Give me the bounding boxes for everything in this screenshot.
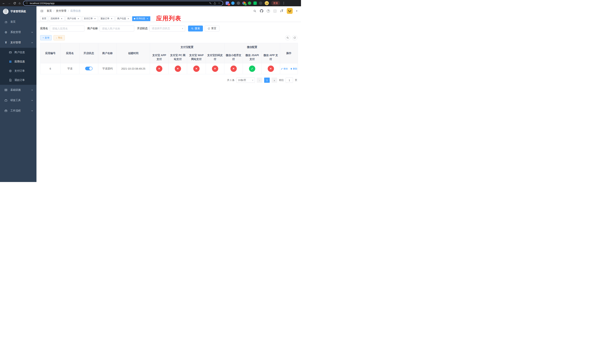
fullscreen-icon[interactable] (273, 10, 277, 13)
goto-page-input[interactable] (286, 78, 293, 83)
kebab-menu-icon[interactable]: ⋮ (282, 2, 285, 5)
search-icon[interactable] (253, 10, 256, 13)
user-avatar[interactable] (287, 8, 293, 14)
export-button-label: 导出 (58, 36, 62, 39)
reload-icon[interactable] (13, 2, 16, 5)
status-cross-icon: × (268, 65, 274, 72)
prev-page-button[interactable]: ‹ (257, 78, 262, 83)
sidebar-item-dev-tools[interactable]: 研发工具 (0, 95, 36, 106)
url-text: localhost:1024/pay/app (30, 2, 207, 5)
col-header-merchant: 商户名称 (98, 43, 117, 63)
share-icon[interactable] (214, 2, 216, 5)
chevron-up-icon (31, 42, 33, 44)
close-icon[interactable]: × (77, 17, 80, 20)
sidebar-item-payment[interactable]: ¥ 支付管理 (0, 37, 36, 48)
close-icon[interactable]: × (60, 17, 63, 20)
app-logo[interactable]: 芋道管理系统 (0, 6, 36, 17)
sidebar-item-app-info[interactable]: 应用信息 (0, 57, 36, 66)
sidebar-item-label: 研发工具 (10, 99, 31, 102)
sidebar-item-label: 支付订单 (14, 69, 36, 73)
browser-profile-avatar[interactable] (265, 1, 269, 5)
github-icon[interactable] (260, 9, 263, 13)
table-row: 6 芋道 芋道源码 2021-10-23 08:49:25 × × × × × … (40, 63, 298, 74)
close-icon[interactable]: × (146, 17, 149, 20)
extension-icon[interactable]: 1 (242, 1, 246, 5)
sidebar: 芋道管理系统 首页 ⚙ 系统管理 ¥ 支付管理 (0, 6, 36, 182)
extension-icon[interactable] (253, 1, 257, 5)
cell-wx-lite: × (224, 63, 243, 74)
tab-label: 用户分组 (67, 17, 76, 20)
extension-icon[interactable] (231, 1, 235, 5)
filter-form: 应用名 商户名称 开启状态 请选择开启状态 ▾ 搜索 (40, 26, 297, 32)
info-icon[interactable]: ⓘ (26, 1, 28, 5)
close-icon[interactable]: × (127, 17, 129, 20)
puzzle-extension-icon[interactable] (259, 1, 262, 5)
current-page-button[interactable]: 1 (264, 78, 270, 83)
forward-icon[interactable]: → (8, 2, 11, 5)
toggle-search-button[interactable] (285, 35, 290, 40)
total-count: 共 1 条 (227, 78, 235, 82)
status-cross-icon: × (175, 65, 181, 72)
home-icon[interactable]: ⌂ (19, 2, 21, 5)
tab-app-info[interactable]: 应用信息 × (132, 16, 150, 21)
tab-user-group[interactable]: 用户分组 × (65, 16, 81, 21)
page-annotation-title: 应用列表 (156, 14, 182, 22)
next-page-button[interactable]: › (272, 78, 277, 83)
tab-home[interactable]: 首页 (40, 16, 48, 21)
close-icon[interactable]: × (110, 17, 113, 20)
sidebar-item-label: 首页 (10, 20, 33, 23)
cell-wx-app: × (262, 63, 280, 74)
reset-button-label: 重置 (211, 27, 216, 30)
chevron-down-icon[interactable]: ▾ (296, 10, 297, 12)
close-icon[interactable]: × (94, 17, 96, 20)
help-icon[interactable]: ? (267, 10, 270, 13)
export-button[interactable]: ↓ 导出 (54, 35, 65, 40)
extension-icon[interactable] (248, 1, 251, 5)
status-select[interactable]: 请选择开启状态 ▾ (149, 26, 185, 32)
update-button[interactable]: 更新 (271, 1, 280, 6)
table-toolbar: + 新增 ↓ 导出 (40, 35, 297, 40)
delete-link[interactable]: 删除 (290, 67, 297, 70)
tab-process-form[interactable]: 流程表单 × (49, 16, 64, 21)
page-size-select[interactable]: 10条/页 ▾ (236, 78, 255, 83)
chevron-down-icon (31, 31, 33, 33)
sidebar-item-merchant-info[interactable]: 商户信息 (0, 48, 36, 57)
sidebar-item-system[interactable]: ⚙ 系统管理 (0, 27, 36, 37)
sidebar-item-pay-order[interactable]: 支付订单 (0, 66, 36, 75)
server-icon (4, 88, 8, 91)
group-header-alipay: 支付宝配置 (150, 43, 224, 51)
extension-icon[interactable]: 10 (226, 1, 229, 5)
toolbox-icon (4, 99, 8, 102)
sidebar-item-infrastructure[interactable]: 基础设施 (0, 85, 36, 95)
breadcrumb-current: 应用信息 (70, 9, 81, 13)
breadcrumb-home[interactable]: 首页 (47, 9, 52, 13)
extension-badge: 1 (245, 3, 247, 6)
tab-pay-order[interactable]: 支付订单 × (82, 16, 98, 21)
search-button[interactable]: 搜索 (188, 26, 203, 32)
breadcrumb-payment[interactable]: 支付管理 (56, 9, 66, 13)
status-toggle[interactable] (85, 67, 93, 70)
chevron-down-icon (31, 89, 33, 91)
cell-alipay-wap: × (187, 63, 206, 74)
status-cross-icon: × (156, 65, 162, 72)
tab-refund-order[interactable]: 退款订单 × (99, 16, 115, 21)
bookmark-star-icon[interactable]: ☆ (218, 1, 220, 5)
chevron-down-icon (31, 110, 33, 112)
sidebar-item-refund-order[interactable]: 退款订单 (0, 75, 36, 85)
app-name-input[interactable] (50, 26, 85, 32)
refresh-button[interactable] (292, 35, 297, 40)
sidebar-item-home[interactable]: 首页 (0, 17, 36, 27)
key-icon[interactable] (209, 2, 212, 5)
address-bar[interactable]: ⓘ localhost:1024/pay/app ☆ (23, 1, 223, 6)
tab-merchant-info[interactable]: 商户信息 × (116, 16, 131, 21)
sidebar-item-workflow[interactable]: 工作流程 (0, 106, 36, 116)
edit-link[interactable]: 修改 (281, 67, 288, 70)
font-size-icon[interactable]: TT (280, 9, 283, 13)
reset-button[interactable]: 重置 (205, 26, 219, 32)
breadcrumb: 首页 / 支付管理 / 应用信息 (47, 9, 81, 13)
back-icon[interactable]: ← (2, 2, 5, 5)
extension-icon[interactable] (237, 1, 240, 5)
merchant-name-input[interactable] (100, 26, 134, 32)
add-button[interactable]: + 新增 (40, 35, 52, 40)
collapse-sidebar-icon[interactable] (40, 9, 44, 13)
